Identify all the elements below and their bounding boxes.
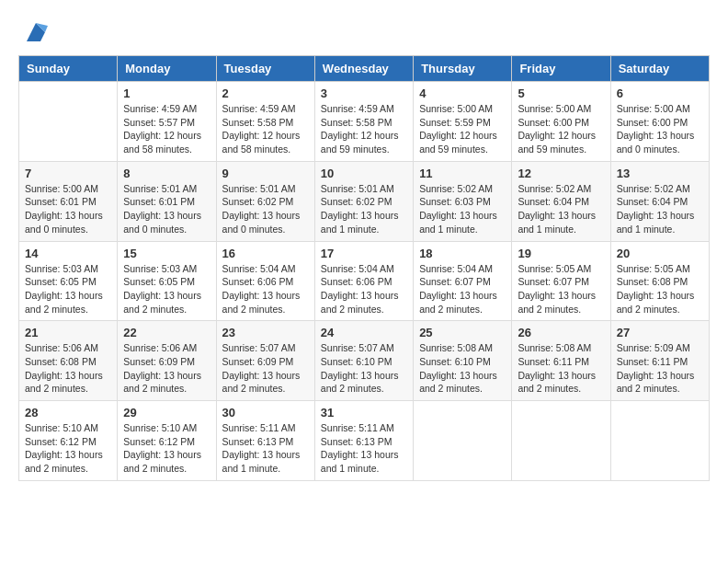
calendar-cell: 21Sunrise: 5:06 AMSunset: 6:08 PMDayligh… — [19, 321, 118, 401]
day-number: 9 — [222, 167, 309, 180]
calendar-header-row: SundayMondayTuesdayWednesdayThursdayFrid… — [19, 56, 710, 82]
calendar-cell: 16Sunrise: 5:04 AMSunset: 6:06 PMDayligh… — [216, 241, 314, 321]
day-number: 8 — [123, 167, 210, 180]
calendar-cell: 29Sunrise: 5:10 AMSunset: 6:12 PMDayligh… — [118, 401, 216, 481]
calendar-week-row: 14Sunrise: 5:03 AMSunset: 6:05 PMDayligh… — [19, 241, 710, 321]
day-info: Sunrise: 5:02 AMSunset: 6:04 PMDaylight:… — [617, 182, 703, 236]
day-info: Sunrise: 5:08 AMSunset: 6:11 PMDaylight:… — [518, 341, 604, 396]
day-of-week-header: Thursday — [414, 56, 512, 82]
day-info: Sunrise: 5:00 AMSunset: 6:01 PMDaylight:… — [25, 182, 111, 236]
day-info: Sunrise: 5:07 AMSunset: 6:10 PMDaylight:… — [321, 341, 407, 396]
day-number: 24 — [321, 326, 407, 339]
calendar-cell — [610, 401, 709, 481]
calendar-cell: 3Sunrise: 4:59 AMSunset: 5:58 PMDaylight… — [314, 82, 413, 162]
day-number: 17 — [321, 247, 407, 260]
day-info: Sunrise: 5:05 AMSunset: 6:08 PMDaylight:… — [617, 262, 703, 316]
calendar-cell: 1Sunrise: 4:59 AMSunset: 5:57 PMDaylight… — [118, 82, 216, 162]
calendar-week-row: 28Sunrise: 5:10 AMSunset: 6:12 PMDayligh… — [19, 401, 710, 481]
day-number: 12 — [518, 167, 604, 180]
day-info: Sunrise: 5:01 AMSunset: 6:01 PMDaylight:… — [123, 182, 210, 236]
day-info: Sunrise: 5:11 AMSunset: 6:13 PMDaylight:… — [222, 421, 309, 476]
day-number: 27 — [617, 326, 703, 339]
day-number: 15 — [123, 247, 210, 260]
logo — [18, 18, 50, 46]
day-number: 21 — [25, 326, 111, 339]
day-info: Sunrise: 5:02 AMSunset: 6:04 PMDaylight:… — [518, 182, 604, 236]
calendar-cell: 23Sunrise: 5:07 AMSunset: 6:09 PMDayligh… — [216, 321, 314, 401]
calendar-cell: 20Sunrise: 5:05 AMSunset: 6:08 PMDayligh… — [610, 241, 709, 321]
calendar-cell: 27Sunrise: 5:09 AMSunset: 6:11 PMDayligh… — [610, 321, 709, 401]
day-number: 7 — [25, 167, 111, 180]
day-number: 20 — [617, 247, 703, 260]
day-of-week-header: Sunday — [19, 56, 118, 82]
day-info: Sunrise: 5:07 AMSunset: 6:09 PMDaylight:… — [222, 341, 309, 396]
calendar-cell: 2Sunrise: 4:59 AMSunset: 5:58 PMDaylight… — [216, 82, 314, 162]
calendar-cell: 5Sunrise: 5:00 AMSunset: 6:00 PMDaylight… — [512, 82, 610, 162]
calendar-cell: 8Sunrise: 5:01 AMSunset: 6:01 PMDaylight… — [118, 161, 216, 241]
day-number: 3 — [321, 86, 407, 100]
calendar-cell: 17Sunrise: 5:04 AMSunset: 6:06 PMDayligh… — [314, 241, 413, 321]
calendar-cell: 14Sunrise: 5:03 AMSunset: 6:05 PMDayligh… — [19, 241, 118, 321]
day-info: Sunrise: 5:01 AMSunset: 6:02 PMDaylight:… — [321, 182, 407, 236]
day-number: 2 — [222, 86, 309, 100]
day-info: Sunrise: 5:00 AMSunset: 6:00 PMDaylight:… — [518, 102, 604, 156]
calendar-table: SundayMondayTuesdayWednesdayThursdayFrid… — [18, 55, 710, 481]
day-info: Sunrise: 5:08 AMSunset: 6:10 PMDaylight:… — [419, 341, 506, 396]
day-info: Sunrise: 5:06 AMSunset: 6:08 PMDaylight:… — [25, 341, 111, 396]
day-info: Sunrise: 5:04 AMSunset: 6:07 PMDaylight:… — [419, 262, 506, 316]
calendar-cell: 6Sunrise: 5:00 AMSunset: 6:00 PMDaylight… — [610, 82, 709, 162]
day-number: 18 — [419, 247, 506, 260]
calendar-cell: 11Sunrise: 5:02 AMSunset: 6:03 PMDayligh… — [414, 161, 512, 241]
day-info: Sunrise: 5:03 AMSunset: 6:05 PMDaylight:… — [25, 262, 111, 316]
calendar-cell — [414, 401, 512, 481]
day-number: 11 — [419, 167, 506, 180]
day-info: Sunrise: 5:00 AMSunset: 5:59 PMDaylight:… — [419, 102, 506, 156]
day-info: Sunrise: 5:03 AMSunset: 6:05 PMDaylight:… — [123, 262, 210, 316]
page-header — [18, 18, 710, 46]
calendar-week-row: 7Sunrise: 5:00 AMSunset: 6:01 PMDaylight… — [19, 161, 710, 241]
calendar-cell: 10Sunrise: 5:01 AMSunset: 6:02 PMDayligh… — [314, 161, 413, 241]
day-of-week-header: Tuesday — [216, 56, 314, 82]
calendar-cell: 13Sunrise: 5:02 AMSunset: 6:04 PMDayligh… — [610, 161, 709, 241]
day-info: Sunrise: 5:11 AMSunset: 6:13 PMDaylight:… — [321, 421, 407, 476]
calendar-cell: 26Sunrise: 5:08 AMSunset: 6:11 PMDayligh… — [512, 321, 610, 401]
day-number: 23 — [222, 326, 309, 339]
day-number: 6 — [617, 86, 703, 100]
calendar-cell: 19Sunrise: 5:05 AMSunset: 6:07 PMDayligh… — [512, 241, 610, 321]
calendar-cell — [512, 401, 610, 481]
logo-icon — [22, 18, 50, 46]
day-info: Sunrise: 5:09 AMSunset: 6:11 PMDaylight:… — [617, 341, 703, 396]
day-number: 19 — [518, 247, 604, 260]
day-number: 13 — [617, 167, 703, 180]
day-info: Sunrise: 5:05 AMSunset: 6:07 PMDaylight:… — [518, 262, 604, 316]
calendar-cell: 9Sunrise: 5:01 AMSunset: 6:02 PMDaylight… — [216, 161, 314, 241]
day-of-week-header: Monday — [118, 56, 216, 82]
day-number: 26 — [518, 326, 604, 339]
calendar-week-row: 1Sunrise: 4:59 AMSunset: 5:57 PMDaylight… — [19, 82, 710, 162]
day-of-week-header: Wednesday — [314, 56, 413, 82]
calendar-cell — [19, 82, 118, 162]
calendar-week-row: 21Sunrise: 5:06 AMSunset: 6:08 PMDayligh… — [19, 321, 710, 401]
calendar-cell: 15Sunrise: 5:03 AMSunset: 6:05 PMDayligh… — [118, 241, 216, 321]
calendar-cell: 30Sunrise: 5:11 AMSunset: 6:13 PMDayligh… — [216, 401, 314, 481]
calendar-cell: 28Sunrise: 5:10 AMSunset: 6:12 PMDayligh… — [19, 401, 118, 481]
day-info: Sunrise: 5:04 AMSunset: 6:06 PMDaylight:… — [321, 262, 407, 316]
calendar-cell: 31Sunrise: 5:11 AMSunset: 6:13 PMDayligh… — [314, 401, 413, 481]
day-of-week-header: Saturday — [610, 56, 709, 82]
calendar-cell: 12Sunrise: 5:02 AMSunset: 6:04 PMDayligh… — [512, 161, 610, 241]
calendar-cell: 22Sunrise: 5:06 AMSunset: 6:09 PMDayligh… — [118, 321, 216, 401]
day-info: Sunrise: 4:59 AMSunset: 5:58 PMDaylight:… — [222, 102, 309, 156]
day-of-week-header: Friday — [512, 56, 610, 82]
day-number: 29 — [123, 406, 210, 419]
day-info: Sunrise: 5:01 AMSunset: 6:02 PMDaylight:… — [222, 182, 309, 236]
day-info: Sunrise: 5:10 AMSunset: 6:12 PMDaylight:… — [25, 421, 111, 476]
day-number: 28 — [25, 406, 111, 419]
day-number: 10 — [321, 167, 407, 180]
day-info: Sunrise: 4:59 AMSunset: 5:58 PMDaylight:… — [321, 102, 407, 156]
day-info: Sunrise: 5:06 AMSunset: 6:09 PMDaylight:… — [123, 341, 210, 396]
day-number: 14 — [25, 247, 111, 260]
day-number: 4 — [419, 86, 506, 100]
calendar-cell: 25Sunrise: 5:08 AMSunset: 6:10 PMDayligh… — [414, 321, 512, 401]
day-info: Sunrise: 5:00 AMSunset: 6:00 PMDaylight:… — [617, 102, 703, 156]
day-number: 1 — [123, 86, 210, 100]
